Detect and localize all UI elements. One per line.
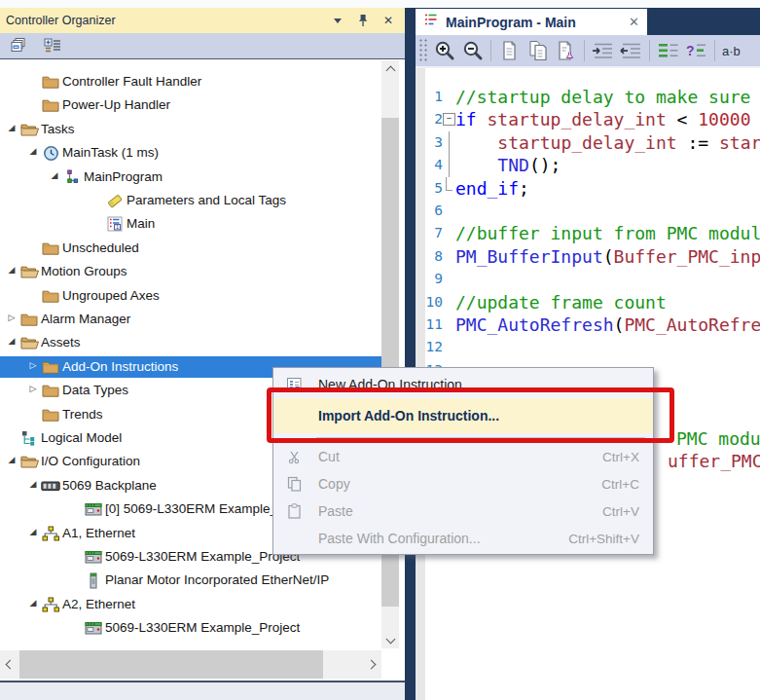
tags-icon (105, 192, 125, 209)
tree-item-motion-groups[interactable]: ◢Motion Groups (0, 261, 381, 282)
new-component-button[interactable] (41, 35, 64, 56)
scroll-up-icon[interactable] (381, 60, 399, 77)
zoom-out-button[interactable] (458, 37, 487, 64)
code-line-3[interactable]: 3 startup_delay_int := startup_delay_int… (425, 131, 760, 154)
auto-hide-pin-icon[interactable] (356, 14, 370, 27)
collapse-arrow-icon[interactable]: ◢ (27, 527, 39, 536)
collapse-arrow-icon[interactable]: ◢ (6, 265, 18, 275)
tree-item-controller-fault-handler[interactable]: Controller Fault Handler (0, 71, 381, 92)
cascade-icon (10, 37, 29, 55)
tree-horizontal-scrollbar[interactable] (0, 650, 381, 679)
tree-item-5069-l330erm-example-project[interactable]: 5069-L330ERM Example_Project (0, 617, 381, 639)
code-line-7[interactable]: 7//buffer input from PMC module (425, 222, 760, 244)
doc-new-button[interactable] (495, 37, 524, 64)
line-number: 2 (425, 108, 443, 130)
program-icon (62, 168, 82, 186)
fold-marker-icon[interactable]: − (443, 108, 455, 130)
context-menu: New Add-On Instruction...Import Add-On I… (272, 367, 654, 555)
collapse-arrow-icon[interactable]: ◢ (49, 170, 60, 180)
folder-icon (41, 358, 60, 376)
folder-open-icon (19, 453, 39, 470)
menu-item-paste-with-configuration[interactable]: Paste With Configuration...Ctrl+Shift+V (273, 525, 653, 552)
editor-tab-strip: MainProgram - Main ✕ (405, 8, 760, 35)
horizontal-scroll-thumb[interactable] (19, 650, 323, 679)
menu-item-copy[interactable]: CopyCtrl+C (273, 470, 653, 497)
tree-item-label: Data Types (62, 383, 128, 397)
cascade-button[interactable] (8, 35, 31, 56)
tree-item-ungrouped-axes[interactable]: Ungrouped Axes (0, 285, 381, 307)
code-line-1[interactable]: 1//startup delay to make sure (425, 86, 760, 108)
window-position-chevron-down-icon[interactable] (331, 14, 344, 27)
code-line-5[interactable]: 5end_if; (425, 177, 760, 200)
line-number: 9 (425, 268, 443, 290)
line-number: 11 (425, 313, 443, 336)
tree-item-power-up-handler[interactable]: Power-Up Handler (0, 94, 381, 116)
code-text: //update frame count (455, 291, 667, 313)
tree-item-a2-ethernet[interactable]: ◢A2, Ethernet (0, 594, 381, 615)
toolbar-grip-handle[interactable] (418, 38, 428, 63)
menu-item-new-add-on-instruction[interactable]: New Add-On Instruction... (273, 371, 653, 398)
tree-item-alarm-manager[interactable]: ▷Alarm Manager (0, 309, 381, 330)
indent-icon (591, 41, 616, 60)
collapse-arrow-icon[interactable]: ◢ (27, 146, 39, 156)
tab-mainprogram-main[interactable]: MainProgram - Main ✕ (416, 9, 647, 35)
tree-item-parameters-and-local-tags[interactable]: Parameters and Local Tags (0, 190, 381, 211)
code-line-10[interactable]: 10//update frame count (425, 291, 760, 313)
copy-icon (287, 476, 302, 492)
tab-close-icon[interactable]: ✕ (629, 15, 639, 29)
tree-item-planar-motor-incorporated-ethernet-ip[interactable]: Planar Motor Incorporated EtherNet/IP (0, 570, 381, 591)
menu-item-cut[interactable]: CutCtrl+X (273, 443, 653, 470)
indent-button[interactable] (589, 37, 617, 64)
tree-item-maintask-1-ms[interactable]: ◢MainTask (1 ms) (0, 142, 381, 164)
panel-title-bar[interactable]: Controller Organizer ✕ (0, 8, 405, 33)
line-number: 4 (425, 154, 443, 176)
code-line-9[interactable]: 9 (425, 268, 760, 290)
tree-item-label: Assets (41, 335, 81, 350)
code-line-11[interactable]: 11PMC_AutoRefresh(PMC_AutoRefresh_input)… (425, 313, 760, 336)
collapse-arrow-icon[interactable]: ◢ (6, 123, 18, 132)
scroll-right-icon[interactable] (364, 650, 381, 679)
code-line-2[interactable]: 2−if startup_delay_int < 10000 (425, 108, 760, 130)
expand-arrow-icon[interactable]: ▷ (27, 384, 39, 393)
code-line-12[interactable]: 12 (425, 336, 760, 358)
code-text: //startup delay to make sure (455, 86, 750, 108)
collapse-arrow-icon[interactable]: ◢ (6, 455, 18, 464)
tree-item-assets[interactable]: ◢Assets (0, 332, 381, 353)
close-icon[interactable]: ✕ (381, 14, 395, 27)
doc-copy-icon (527, 40, 549, 61)
doc-check-button[interactable] (552, 37, 580, 64)
tab-routine-icon (423, 13, 439, 27)
scroll-down-icon[interactable] (381, 632, 399, 648)
tree-item-mainprogram[interactable]: ◢MainProgram (0, 166, 381, 188)
code-line-4[interactable]: 4 TND(); (425, 154, 760, 176)
doc-copy-button[interactable] (524, 37, 552, 64)
tree-item-label: Logical Model (41, 430, 122, 445)
tree-item-main[interactable]: 1Main (0, 213, 381, 235)
expand-arrow-icon[interactable]: ▷ (6, 313, 18, 322)
code-line-6[interactable]: 6 (425, 200, 760, 222)
collapse-arrow-icon[interactable]: ◢ (27, 598, 39, 608)
menu-item-import-add-on-instruction[interactable]: Import Add-On Instruction... (273, 398, 653, 433)
svg-text:?: ? (686, 43, 695, 58)
panel-title: Controller Organizer (6, 14, 116, 27)
code-editor-panel: MainProgram - Main ✕ ?a·b 1//startup del… (405, 0, 760, 700)
uncomment-lines-button[interactable]: ? (682, 37, 710, 64)
scroll-left-icon[interactable] (0, 650, 18, 679)
tree-vertical-scrollbar[interactable] (381, 60, 399, 648)
code-line-8[interactable]: 8PM_BufferInput(Buffer_PMC_input); (425, 245, 760, 268)
outdent-button[interactable] (617, 37, 645, 64)
collapse-arrow-icon[interactable]: ◢ (6, 336, 18, 346)
toolbar-separator (649, 40, 650, 61)
controller-icon (84, 619, 103, 637)
zoom-in-button[interactable] (430, 37, 458, 64)
toolbar-separator (714, 40, 715, 61)
expand-arrow-icon[interactable]: ▷ (27, 360, 39, 370)
menu-item-paste[interactable]: PasteCtrl+V (273, 497, 653, 525)
ab-button[interactable]: a·b (719, 37, 747, 64)
tree-item-unscheduled[interactable]: Unscheduled (0, 238, 381, 259)
tree-item-tasks[interactable]: ◢Tasks (0, 119, 381, 140)
comment-lines-button[interactable] (654, 37, 682, 64)
ab-icon: a·b (721, 42, 746, 59)
collapse-arrow-icon[interactable]: ◢ (27, 479, 39, 489)
fold-margin (443, 86, 455, 108)
